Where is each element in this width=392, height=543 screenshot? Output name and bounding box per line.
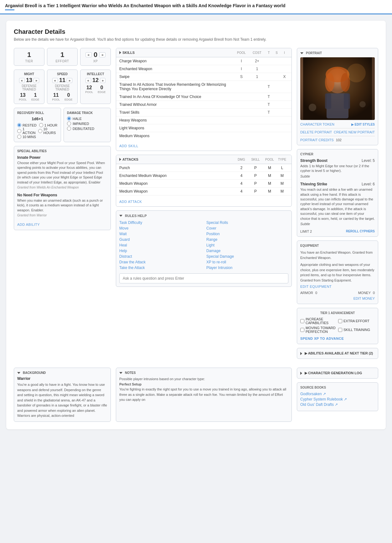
edit-money-container: EDIT MONEY bbox=[300, 296, 375, 301]
edit-styles-link[interactable]: ▶ EDIT STYLES bbox=[351, 123, 375, 126]
attack-name-1: Enchanted Medium Weapon bbox=[119, 173, 235, 178]
edit-money-link[interactable]: EDIT MONEY bbox=[353, 297, 375, 300]
might-decrease-button[interactable]: « bbox=[19, 78, 25, 83]
add-ability-link[interactable]: ADD ABILITY bbox=[17, 223, 40, 226]
char-gen-title: ▶ CHARACTER GENERATION LOG bbox=[300, 371, 375, 375]
rules-link-col2-6[interactable]: Special Damage bbox=[206, 254, 288, 259]
recovery-10hours-radio[interactable] bbox=[38, 129, 42, 133]
intellect-increase-button[interactable]: » bbox=[100, 78, 106, 83]
portrait-top-actions: CHARACTER TOKEN ▶ EDIT STYLES bbox=[300, 122, 375, 126]
speed-title: SPEED bbox=[50, 72, 75, 76]
ability-innate-power: Innate Power Choose either your Might Po… bbox=[17, 155, 107, 190]
xp-increase-button[interactable]: » bbox=[99, 52, 106, 57]
rules-link-col2-8[interactable]: Player Intrusion bbox=[206, 265, 288, 270]
abilities-next-label: ▶ ABILITES AVAILABLE AT NEXT TIER (2) bbox=[305, 351, 373, 355]
recovery-1action-radio[interactable] bbox=[17, 129, 21, 133]
portrait-credits-link[interactable]: PORTRAIT CREDITS bbox=[300, 138, 334, 142]
intellect-decrease-button[interactable]: « bbox=[85, 78, 91, 83]
source-book-0[interactable]: Godforsaken ↗ bbox=[300, 392, 375, 396]
rules-link-col1-6[interactable]: Distract bbox=[119, 254, 201, 259]
cypher-0-name: Strength Boost bbox=[300, 158, 328, 163]
speed-increase-button[interactable]: » bbox=[67, 78, 72, 83]
source-book-2[interactable]: Old Gus' Daft Drafts ↗ bbox=[300, 402, 375, 407]
edit-equipment-link[interactable]: EDIT EQUIPMENT bbox=[300, 285, 375, 288]
notes-detail: You're fighting in exactly the right spo… bbox=[119, 387, 286, 401]
xp-value: 0 bbox=[94, 51, 97, 59]
damage-track-box: DAMAGE TRACK HALE IMPAIRED DEBILITATED bbox=[64, 108, 111, 142]
skill-row-8: Light Weapons bbox=[116, 124, 291, 132]
rules-link-col1-2[interactable]: Wait bbox=[119, 231, 201, 236]
right-bottom-col: ▶ CHARACTER GENERATION LOG SOURCE BOOKS … bbox=[297, 368, 378, 422]
spend-xp-link[interactable]: SPEND XP TO ADVANCE bbox=[300, 337, 344, 340]
add-skill-link[interactable]: ADD SKILL bbox=[119, 144, 138, 148]
portrait-label: PORTRAIT bbox=[306, 51, 322, 55]
might-pool-item: 13 POOL bbox=[19, 92, 27, 101]
rules-link-col2-5[interactable]: Damage bbox=[206, 248, 288, 253]
rules-link-col2-4[interactable]: Light bbox=[206, 243, 288, 248]
rules-link-col1-1[interactable]: Move bbox=[119, 226, 201, 231]
tier-checkbox-2[interactable] bbox=[300, 328, 304, 332]
source-book-1[interactable]: Cypher System Rulebook ↗ bbox=[300, 397, 375, 401]
tier-checkbox-1[interactable] bbox=[338, 319, 342, 323]
xp-box: « 0 » XP bbox=[80, 48, 111, 66]
tier-checkbox-3[interactable] bbox=[338, 328, 342, 332]
background-label: BACKGROUND bbox=[23, 371, 46, 375]
damage-impaired-label: IMPAIRED bbox=[73, 122, 89, 126]
attacks-rows-container: Punch 2 P M L Enchanted Medium Weapon 4 … bbox=[116, 164, 291, 195]
skill-cost-2: 1 bbox=[249, 75, 265, 79]
recovery-1hour-radio[interactable] bbox=[39, 123, 43, 127]
recovery-rested: RESTED bbox=[17, 123, 37, 127]
rules-links-grid: Task DifficultySpecial RollsMoveCoverWai… bbox=[119, 220, 288, 270]
skill-row-7: Heavy Weapons bbox=[116, 116, 291, 124]
rules-link-col1-7[interactable]: Draw the Attack bbox=[119, 260, 201, 265]
attack-dmg-0: 2 bbox=[235, 166, 248, 170]
damage-debilitated-radio[interactable] bbox=[67, 127, 71, 131]
ability-no-need-weapons: No Need For Weapons When you make an una… bbox=[17, 193, 107, 218]
rules-link-col2-1[interactable]: Cover bbox=[206, 226, 288, 231]
recovery-rested-radio[interactable] bbox=[17, 123, 21, 127]
recovery-10mins-radio[interactable] bbox=[17, 135, 21, 139]
character-token-link[interactable]: CHARACTER TOKEN bbox=[300, 122, 334, 126]
char-gen-label: ▶ CHARACTER GENERATION LOG bbox=[305, 371, 362, 375]
might-increase-button[interactable]: » bbox=[34, 78, 39, 83]
rules-link-col1-8[interactable]: Take the Attack bbox=[119, 265, 201, 270]
tier-options: INCREASE CAPABILITIES EXTRA EFFORT MOVIN… bbox=[300, 317, 375, 334]
create-portrait-link[interactable]: CREATE NEW PORTRAIT bbox=[334, 130, 375, 134]
skill-name-1: Enchanted Weapon bbox=[119, 67, 234, 71]
rules-link-col1-5[interactable]: Help bbox=[119, 248, 201, 253]
add-skill-container: ADD SKILL bbox=[116, 140, 291, 151]
cypher-title: CYPHER bbox=[300, 153, 375, 156]
skill-row-1: Enchanted Weapon I 1 bbox=[116, 65, 291, 73]
rules-link-col2-0[interactable]: Special Rolls bbox=[206, 220, 288, 225]
page-subtitle: Below are the details we have for Argawi… bbox=[14, 37, 378, 42]
rules-link-col2-2[interactable]: Position bbox=[206, 231, 288, 236]
speed-decrease-button[interactable]: « bbox=[52, 78, 58, 83]
rules-link-col1-4[interactable]: Heal bbox=[119, 243, 201, 248]
rules-question-input[interactable] bbox=[119, 273, 288, 283]
recovery-10mins: 10 MINS bbox=[17, 135, 36, 139]
intellect-pool-nums: 12 POOL 0 EDGE bbox=[83, 85, 108, 94]
skills-col-s: S bbox=[273, 51, 281, 54]
rules-link-col1-3[interactable]: Guard bbox=[119, 237, 201, 242]
portrait-triangle-icon bbox=[300, 52, 303, 54]
might-pool-val: 13 bbox=[19, 92, 27, 98]
tier-option-3: SKILL TRAINING bbox=[338, 326, 375, 334]
effort-box: 1 EFFORT bbox=[47, 48, 78, 66]
rules-link-col1-0[interactable]: Task Difficulty bbox=[119, 220, 201, 225]
rules-link-col2-3[interactable]: Range bbox=[206, 237, 288, 242]
main-container: Character Details Below are the details … bbox=[6, 21, 386, 429]
attack-row-2: Medium Weapon 4 P M M bbox=[116, 180, 291, 188]
damage-impaired-radio[interactable] bbox=[67, 122, 71, 126]
cypher-reroll-link[interactable]: REROLL CYPHERS bbox=[346, 230, 375, 233]
tier-option-label-0: INCREASE CAPABILITIES bbox=[306, 317, 337, 325]
delete-portrait-link[interactable]: DELETE PORTRAIT bbox=[300, 130, 332, 134]
attacks-section-label: ATTACKS bbox=[122, 158, 235, 161]
add-attack-link[interactable]: ADD ATTACK bbox=[119, 200, 142, 204]
notes-box: NOTES Possible player intrusions based o… bbox=[116, 368, 292, 422]
rules-link-col2-7[interactable]: XP to re-roll bbox=[206, 260, 288, 265]
damage-hale-radio[interactable] bbox=[67, 116, 71, 121]
xp-decrease-button[interactable]: « bbox=[85, 52, 92, 57]
attack-pool-1: M bbox=[263, 173, 276, 178]
tier-checkbox-0[interactable] bbox=[300, 319, 304, 323]
intellect-title: INTELLECT bbox=[83, 72, 108, 76]
